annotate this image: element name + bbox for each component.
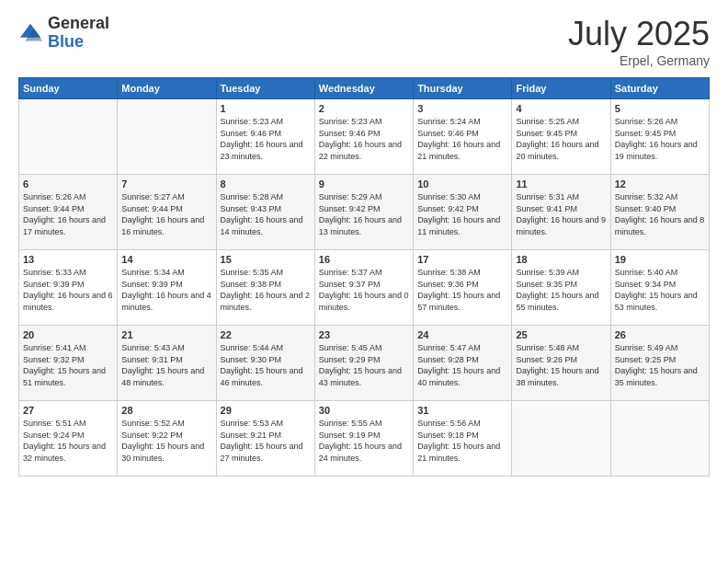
week-row-5: 27Sunrise: 5:51 AM Sunset: 9:24 PM Dayli… [19, 401, 710, 477]
calendar-cell-w5-d2: 29Sunrise: 5:53 AM Sunset: 9:21 PM Dayli… [216, 401, 314, 477]
day-info-18: Sunrise: 5:39 AM Sunset: 9:35 PM Dayligh… [516, 267, 606, 313]
day-info-11: Sunrise: 5:31 AM Sunset: 9:41 PM Dayligh… [516, 191, 606, 237]
day-number-31: 31 [417, 405, 507, 416]
calendar-cell-w4-d1: 21Sunrise: 5:43 AM Sunset: 9:31 PM Dayli… [118, 326, 216, 401]
location: Erpel, Germany [568, 53, 710, 68]
calendar-cell-w2-d1: 7Sunrise: 5:27 AM Sunset: 9:44 PM Daylig… [118, 175, 216, 250]
calendar-cell-w1-d2: 1Sunrise: 5:23 AM Sunset: 9:46 PM Daylig… [216, 99, 314, 175]
day-info-8: Sunrise: 5:28 AM Sunset: 9:43 PM Dayligh… [221, 191, 311, 237]
calendar-cell-w3-d1: 14Sunrise: 5:34 AM Sunset: 9:39 PM Dayli… [118, 250, 216, 326]
month-title: July 2025 [568, 15, 710, 53]
logo-text: General Blue [48, 15, 109, 52]
calendar-cell-w4-d4: 24Sunrise: 5:47 AM Sunset: 9:28 PM Dayli… [414, 326, 512, 401]
day-number-1: 1 [221, 103, 311, 114]
day-info-13: Sunrise: 5:33 AM Sunset: 9:39 PM Dayligh… [23, 267, 113, 313]
day-number-24: 24 [417, 329, 507, 340]
title-block: July 2025 Erpel, Germany [568, 15, 710, 68]
logo-icon [18, 20, 44, 46]
calendar-cell-w5-d1: 28Sunrise: 5:52 AM Sunset: 9:22 PM Dayli… [118, 401, 216, 477]
day-number-20: 20 [23, 329, 113, 340]
day-info-26: Sunrise: 5:49 AM Sunset: 9:25 PM Dayligh… [615, 342, 705, 388]
header-friday: Friday [512, 78, 610, 99]
day-number-19: 19 [615, 254, 705, 265]
week-row-1: 1Sunrise: 5:23 AM Sunset: 9:46 PM Daylig… [19, 99, 710, 175]
logo: General Blue [18, 15, 109, 52]
calendar-cell-w4-d5: 25Sunrise: 5:48 AM Sunset: 9:26 PM Dayli… [512, 326, 610, 401]
day-info-5: Sunrise: 5:26 AM Sunset: 9:45 PM Dayligh… [615, 116, 705, 162]
day-info-1: Sunrise: 5:23 AM Sunset: 9:46 PM Dayligh… [221, 116, 311, 162]
calendar-cell-w2-d4: 10Sunrise: 5:30 AM Sunset: 9:42 PM Dayli… [414, 175, 512, 250]
header-sunday: Sunday [19, 78, 118, 99]
calendar-cell-w5-d4: 31Sunrise: 5:56 AM Sunset: 9:18 PM Dayli… [414, 401, 512, 477]
day-info-14: Sunrise: 5:34 AM Sunset: 9:39 PM Dayligh… [121, 267, 211, 313]
calendar-cell-w3-d6: 19Sunrise: 5:40 AM Sunset: 9:34 PM Dayli… [610, 250, 709, 326]
calendar-cell-w1-d3: 2Sunrise: 5:23 AM Sunset: 9:46 PM Daylig… [314, 99, 413, 175]
day-number-6: 6 [23, 178, 113, 190]
page: { "header": { "logo_general": "General",… [0, 0, 728, 563]
day-info-7: Sunrise: 5:27 AM Sunset: 9:44 PM Dayligh… [121, 191, 211, 237]
calendar-cell-w3-d3: 16Sunrise: 5:37 AM Sunset: 9:37 PM Dayli… [314, 250, 413, 326]
header: General Blue July 2025 Erpel, Germany [18, 15, 710, 68]
calendar-cell-w2-d5: 11Sunrise: 5:31 AM Sunset: 9:41 PM Dayli… [512, 175, 610, 250]
week-row-3: 13Sunrise: 5:33 AM Sunset: 9:39 PM Dayli… [19, 250, 710, 326]
day-number-15: 15 [221, 254, 311, 265]
day-info-31: Sunrise: 5:56 AM Sunset: 9:18 PM Dayligh… [417, 418, 507, 464]
day-number-30: 30 [319, 405, 409, 416]
calendar-cell-w4-d2: 22Sunrise: 5:44 AM Sunset: 9:30 PM Dayli… [216, 326, 314, 401]
calendar-header: Sunday Monday Tuesday Wednesday Thursday… [19, 78, 710, 99]
calendar-cell-w3-d4: 17Sunrise: 5:38 AM Sunset: 9:36 PM Dayli… [414, 250, 512, 326]
logo-blue-text: Blue [48, 33, 109, 52]
calendar-cell-w1-d0 [19, 99, 118, 175]
day-number-13: 13 [23, 254, 113, 265]
weekday-header-row: Sunday Monday Tuesday Wednesday Thursday… [19, 78, 710, 99]
calendar-cell-w2-d6: 12Sunrise: 5:32 AM Sunset: 9:40 PM Dayli… [610, 175, 709, 250]
calendar-cell-w4-d0: 20Sunrise: 5:41 AM Sunset: 9:32 PM Dayli… [19, 326, 118, 401]
calendar-cell-w3-d2: 15Sunrise: 5:35 AM Sunset: 9:38 PM Dayli… [216, 250, 314, 326]
calendar-cell-w5-d0: 27Sunrise: 5:51 AM Sunset: 9:24 PM Dayli… [19, 401, 118, 477]
day-number-28: 28 [121, 405, 211, 416]
calendar-cell-w2-d3: 9Sunrise: 5:29 AM Sunset: 9:42 PM Daylig… [314, 175, 413, 250]
day-number-2: 2 [319, 103, 409, 114]
day-info-22: Sunrise: 5:44 AM Sunset: 9:30 PM Dayligh… [221, 342, 311, 388]
day-number-22: 22 [221, 329, 311, 340]
calendar-cell-w4-d3: 23Sunrise: 5:45 AM Sunset: 9:29 PM Dayli… [314, 326, 413, 401]
day-number-29: 29 [221, 405, 311, 416]
calendar-cell-w5-d3: 30Sunrise: 5:55 AM Sunset: 9:19 PM Dayli… [314, 401, 413, 477]
day-number-9: 9 [319, 178, 409, 190]
calendar-cell-w5-d6 [610, 401, 709, 477]
day-number-17: 17 [417, 254, 507, 265]
day-info-15: Sunrise: 5:35 AM Sunset: 9:38 PM Dayligh… [221, 267, 311, 313]
calendar-cell-w2-d2: 8Sunrise: 5:28 AM Sunset: 9:43 PM Daylig… [216, 175, 314, 250]
day-info-10: Sunrise: 5:30 AM Sunset: 9:42 PM Dayligh… [417, 191, 507, 237]
calendar-body: 1Sunrise: 5:23 AM Sunset: 9:46 PM Daylig… [19, 99, 710, 477]
calendar-cell-w3-d0: 13Sunrise: 5:33 AM Sunset: 9:39 PM Dayli… [19, 250, 118, 326]
calendar-cell-w2-d0: 6Sunrise: 5:26 AM Sunset: 9:44 PM Daylig… [19, 175, 118, 250]
day-info-19: Sunrise: 5:40 AM Sunset: 9:34 PM Dayligh… [615, 267, 705, 313]
day-number-3: 3 [417, 103, 507, 114]
calendar-cell-w1-d1 [118, 99, 216, 175]
day-info-30: Sunrise: 5:55 AM Sunset: 9:19 PM Dayligh… [319, 418, 409, 464]
day-number-4: 4 [516, 103, 606, 114]
day-number-25: 25 [516, 329, 606, 340]
day-number-18: 18 [516, 254, 606, 265]
day-info-25: Sunrise: 5:48 AM Sunset: 9:26 PM Dayligh… [516, 342, 606, 388]
day-info-3: Sunrise: 5:24 AM Sunset: 9:46 PM Dayligh… [417, 116, 507, 162]
day-number-12: 12 [615, 178, 705, 190]
day-number-14: 14 [121, 254, 211, 265]
day-number-26: 26 [615, 329, 705, 340]
logo-general-text: General [48, 15, 109, 33]
day-number-7: 7 [121, 178, 211, 190]
calendar-cell-w5-d5 [512, 401, 610, 477]
day-number-8: 8 [221, 178, 311, 190]
day-info-12: Sunrise: 5:32 AM Sunset: 9:40 PM Dayligh… [615, 191, 705, 237]
calendar-cell-w1-d6: 5Sunrise: 5:26 AM Sunset: 9:45 PM Daylig… [610, 99, 709, 175]
day-info-24: Sunrise: 5:47 AM Sunset: 9:28 PM Dayligh… [417, 342, 507, 388]
header-saturday: Saturday [610, 78, 709, 99]
calendar-cell-w3-d5: 18Sunrise: 5:39 AM Sunset: 9:35 PM Dayli… [512, 250, 610, 326]
day-info-21: Sunrise: 5:43 AM Sunset: 9:31 PM Dayligh… [121, 342, 211, 388]
day-number-16: 16 [319, 254, 409, 265]
header-tuesday: Tuesday [216, 78, 314, 99]
day-info-6: Sunrise: 5:26 AM Sunset: 9:44 PM Dayligh… [23, 191, 113, 237]
day-info-28: Sunrise: 5:52 AM Sunset: 9:22 PM Dayligh… [121, 418, 211, 464]
day-info-16: Sunrise: 5:37 AM Sunset: 9:37 PM Dayligh… [319, 267, 409, 313]
